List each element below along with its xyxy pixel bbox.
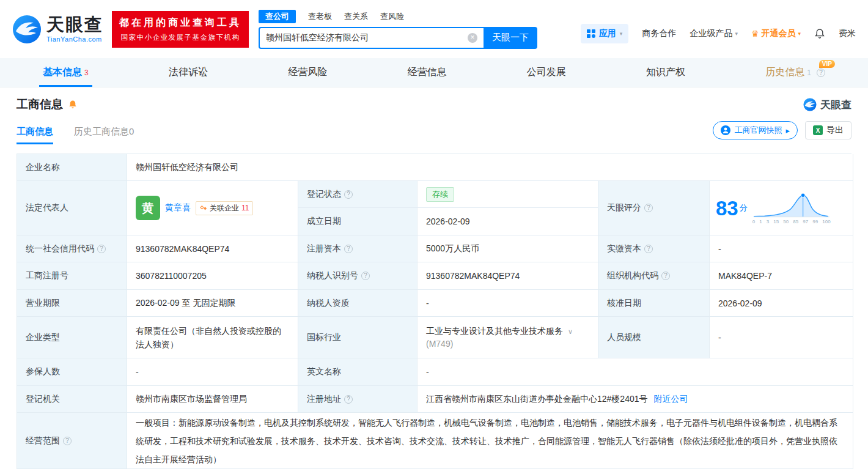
tab-basic-info-count: 3 [84,69,89,77]
chevron-down-icon[interactable]: ∨ [568,328,573,336]
insured-count-label: 参保人数 [17,358,127,386]
nav-user-label: 费米 [839,28,856,39]
score-axis-ticks: 0131550859799100 [752,219,831,224]
nav-item-user[interactable]: 费米 [839,28,856,39]
nearby-companies-link[interactable]: 附近公司 [654,394,688,405]
help-icon[interactable]: ? [344,395,353,404]
related-companies-label: 关联企业 [210,203,239,213]
help-icon[interactable]: ? [644,204,653,212]
help-icon[interactable]: ? [817,69,825,77]
apps-button[interactable]: 应用 ▾ [581,24,629,43]
watermark: 天眼查 [803,98,851,112]
reg-number-label: 工商注册号 [17,262,127,290]
search-area: 查公司 查老板 查关系 查风险 × 天眼一下 [259,10,537,49]
reg-address-label: 注册地址 ? [298,386,417,413]
reg-authority-label: 登记机关 [17,386,127,413]
slogan-line1: 都在用的商业查询工具 [119,17,241,29]
industry-code: (M749) [426,339,453,349]
brand-domain: TianYanCha.com [46,35,103,43]
english-name-value: - [417,358,853,386]
legal-rep-avatar[interactable]: 黄 [136,196,160,220]
help-icon[interactable]: ? [661,272,670,280]
taxpayer-qualification-label: 纳税人资质 [298,290,417,317]
search-tab-risk[interactable]: 查风险 [380,11,404,22]
tab-intellectual-property-label: 知识产权 [646,66,685,79]
tab-operating-info-label: 经营信息 [407,66,446,79]
tab-company-development[interactable]: 公司发展 [520,58,573,87]
reg-status-value: 存续 [417,181,598,208]
search-tab-company[interactable]: 查公司 [259,10,296,23]
search-tab-relation[interactable]: 查关系 [344,11,368,22]
legal-rep-card: 黄 黄章喜 关联企业 11 [127,181,298,235]
help-icon[interactable]: ? [644,245,653,253]
search-tab-boss[interactable]: 查老板 [308,11,332,22]
search-button[interactable]: 天眼一下 [484,27,537,49]
related-companies-count: 11 [241,204,249,212]
tab-company-development-label: 公司发展 [527,66,566,79]
slogan-line2: 国家中小企业发展子基金旗下机构 [119,33,241,42]
help-icon[interactable]: ? [361,272,370,280]
search-input[interactable] [266,33,468,43]
business-scope-label: 经营范围 ? [17,413,127,469]
watermark-text: 天眼查 [820,98,851,112]
legal-rep-name-link[interactable]: 黄章喜 [165,202,191,213]
subtab-row: 工商信息 历史工商信息0 工商官网快照 ▸ X 导出 [17,121,851,144]
help-icon[interactable]: ? [63,437,72,445]
clear-search-icon[interactable]: × [468,33,477,43]
business-term-label: 营业期限 [17,290,127,317]
subtab-history-business-info[interactable]: 历史工商信息0 [74,126,134,144]
tab-history-info[interactable]: VIP 历史信息 1 ? [758,58,833,87]
tab-operating-info[interactable]: 经营信息 [400,58,454,87]
official-snapshot-button[interactable]: 工商官网快照 ▸ [713,121,798,139]
chevron-down-icon: ▾ [735,31,738,37]
section-title: 工商信息 [17,97,63,113]
reg-number-value: 360782110007205 [127,262,298,290]
export-button[interactable]: X 导出 [805,121,851,139]
tab-operating-risk[interactable]: 经营风险 [281,58,334,87]
est-date-label: 成立日期 [298,208,417,235]
help-icon[interactable]: ? [344,245,353,253]
help-icon[interactable]: ? [97,245,106,253]
tianyancha-logo[interactable]: 天眼查 TianYanCha.com [12,15,103,44]
paid-capital-label: 实缴资本 ? [598,235,710,262]
nav-item-cooperation[interactable]: 商务合作 [642,28,676,39]
slogan-banner: 都在用的商业查询工具 国家中小企业发展子基金旗下机构 [112,11,249,48]
paid-capital-value: - [710,235,853,262]
tab-operating-risk-label: 经营风险 [288,66,327,79]
status-badge: 存续 [426,187,454,202]
tab-legal[interactable]: 法律诉讼 [161,58,215,87]
nav-item-enterprise[interactable]: 企业级产品 ▾ [690,28,738,39]
nav-item-member[interactable]: ♛ 开通会员 ▾ [751,28,801,39]
score-value-cell: 83 分 0131550859799100 [710,181,853,235]
company-type-label: 企业类型 [17,317,127,358]
approval-date-value: 2026-02-09 [710,290,853,317]
search-input-wrap: × [259,27,484,49]
org-code-value: MAK84QEP-7 [710,262,853,290]
tab-basic-info[interactable]: 基本信息 3 [35,58,96,87]
brand-name: 天眼查 [46,15,103,34]
credit-code-value: 91360782MAK84QEP74 [127,235,298,262]
notification-bell-icon[interactable] [814,28,825,39]
link-icon [200,204,207,212]
tab-intellectual-property[interactable]: 知识产权 [639,58,693,87]
logo-text: 天眼查 TianYanCha.com [46,15,103,42]
company-name-value: 赣州国轩低空经济有限公司 [127,154,853,181]
search-tabs: 查公司 查老板 查关系 查风险 [259,10,537,23]
reg-authority-value: 赣州市南康区市场监督管理局 [127,386,298,413]
tianyancha-logo-icon [12,15,42,44]
nav-cooperation-label: 商务合作 [642,28,676,39]
export-label: 导出 [826,125,844,136]
industry-value: 工业与专业设计及其他专业技术服务 ∨ (M749) [417,317,598,358]
help-icon[interactable]: ? [344,190,353,199]
subscribe-bell-icon[interactable] [68,100,78,109]
vip-badge: VIP [819,60,835,68]
tab-history-info-count: 1 [807,69,811,77]
apps-grid-icon [587,29,595,38]
chevron-down-icon: ▾ [798,31,801,37]
related-companies-badge[interactable]: 关联企业 11 [196,201,253,215]
tab-basic-info-label: 基本信息 [43,66,82,79]
score-distribution-chart: 0131550859799100 [752,191,831,224]
credit-code-label: 统一社会信用代码 ? [17,235,127,262]
page-header: 天眼查 TianYanCha.com 都在用的商业查询工具 国家中小企业发展子基… [0,0,868,58]
subtab-business-info[interactable]: 工商信息 [17,126,53,144]
